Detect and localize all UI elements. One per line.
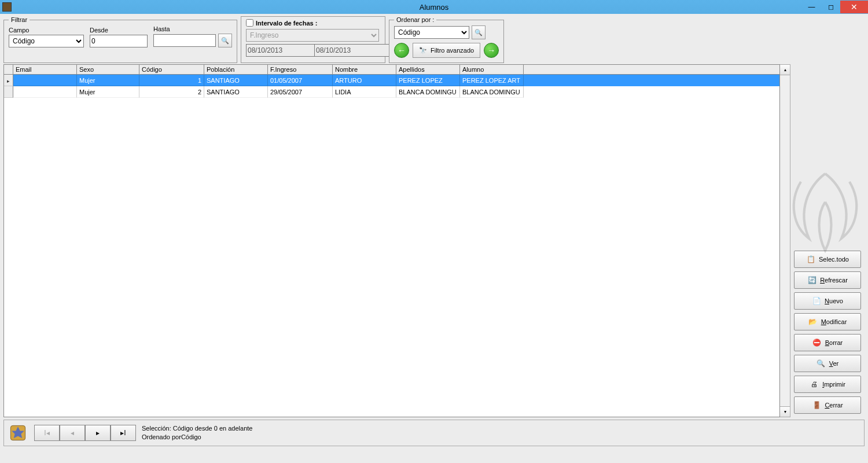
- table-cell: LIDIA: [333, 86, 396, 98]
- table-cell: Mujer: [77, 86, 139, 98]
- nav-next-button[interactable]: ▸: [85, 425, 111, 441]
- next-button[interactable]: →: [484, 43, 499, 58]
- refresh-icon: 🔄: [807, 275, 816, 285]
- action-panel: 📋Selec.todo 🔄Refrescar 📄Nuevo 📂Modificar…: [790, 64, 865, 417]
- date-from-input[interactable]: ▾: [246, 44, 311, 57]
- magnifier-icon: 🔍: [816, 359, 826, 368]
- column-header[interactable]: Apellidos: [396, 65, 460, 74]
- column-header[interactable]: Nombre: [333, 65, 396, 74]
- modify-button[interactable]: 📂Modificar: [794, 313, 861, 330]
- table-cell: SANTIAGO: [204, 86, 268, 98]
- close-button[interactable]: ✕: [840, 1, 868, 13]
- window-title: Alumnos: [420, 3, 449, 12]
- desde-label: Desde: [90, 27, 148, 34]
- window-titlebar: Alumnos — ◻ ✕: [0, 0, 868, 14]
- refresh-button[interactable]: 🔄Refrescar: [794, 271, 861, 289]
- date-interval-group: Intervalo de fechas : F.Ingreso ▾ ▾: [241, 16, 385, 63]
- order-select[interactable]: Código: [394, 26, 469, 39]
- table-cell: PEREZ LOPEZ: [396, 75, 460, 86]
- view-button[interactable]: 🔍Ver: [794, 355, 861, 372]
- advanced-filter-button[interactable]: 🔭 Filtro avanzado: [413, 43, 480, 58]
- status-bar: I◂ ◂ ▸ ▸I Selección: Código desde 0 en a…: [3, 420, 865, 446]
- binoculars-icon: 🔭: [419, 47, 427, 54]
- hasta-search-button[interactable]: 🔍: [218, 34, 232, 47]
- magnifier-icon: 🔍: [475, 29, 483, 36]
- desde-input[interactable]: [90, 35, 148, 47]
- status-text: Selección: Código desde 0 en adelante Or…: [142, 424, 252, 442]
- app-icon: [2, 2, 12, 12]
- hasta-label: Hasta: [153, 25, 232, 32]
- date-field-select[interactable]: F.Ingreso: [246, 29, 379, 42]
- door-icon: 🚪: [812, 400, 821, 410]
- table-cell: 2: [139, 86, 204, 98]
- order-group: Ordenar por : Código 🔍 ← 🔭 Filtro avanza…: [389, 16, 504, 63]
- hasta-input[interactable]: [153, 34, 216, 47]
- order-search-button[interactable]: 🔍: [472, 25, 486, 39]
- filter-panel: Filtrar Campo Código Desde Hasta 🔍 Inter…: [3, 16, 865, 63]
- status-icon: [8, 422, 28, 443]
- prev-button[interactable]: ←: [394, 43, 409, 58]
- filter-legend: Filtrar: [9, 16, 30, 23]
- column-header[interactable]: Email: [13, 65, 77, 74]
- table-cell: [13, 86, 77, 98]
- vertical-scrollbar[interactable]: ▴ ▾: [780, 64, 790, 417]
- table-cell: 1: [139, 75, 204, 86]
- nav-prev-button[interactable]: ◂: [60, 425, 85, 441]
- column-header[interactable]: Código: [139, 65, 204, 74]
- column-header[interactable]: Sexo: [77, 65, 139, 74]
- row-indicator: [4, 75, 13, 86]
- table-cell: ARTURO: [333, 75, 396, 86]
- table-cell: BLANCA DOMINGU: [396, 86, 460, 98]
- table-cell: SANTIAGO: [204, 75, 268, 86]
- table-cell: BLANCA DOMINGU: [460, 86, 524, 98]
- delete-icon: ⛔: [812, 338, 822, 347]
- close-button[interactable]: 🚪Cerrar: [794, 396, 861, 414]
- nav-first-button[interactable]: I◂: [34, 425, 60, 441]
- column-header[interactable]: F.Ingreso: [268, 65, 333, 74]
- print-button[interactable]: 🖨Imprimir: [794, 376, 861, 393]
- row-indicator: [4, 86, 13, 98]
- delete-button[interactable]: ⛔Borrar: [794, 334, 861, 351]
- current-row-icon: [7, 77, 10, 84]
- filter-group: Filtrar Campo Código Desde Hasta 🔍: [3, 16, 237, 63]
- date-interval-label: Intervalo de fechas :: [256, 20, 317, 27]
- window-controls: — ◻ ✕: [802, 1, 868, 13]
- date-to-input[interactable]: ▾: [314, 44, 379, 57]
- column-header[interactable]: Alumno: [460, 65, 524, 74]
- select-all-button[interactable]: 📋Selec.todo: [794, 251, 861, 268]
- table-cell: [13, 75, 77, 86]
- table-row[interactable]: Mujer2SANTIAGO29/05/2007LIDIABLANCA DOMI…: [4, 86, 779, 98]
- grid-header: Email Sexo Código Población F.Ingreso No…: [4, 65, 779, 75]
- maximize-button[interactable]: ◻: [821, 1, 840, 13]
- scroll-down-icon[interactable]: ▾: [780, 406, 790, 417]
- new-button[interactable]: 📄Nuevo: [794, 292, 861, 310]
- printer-icon: 🖨: [810, 380, 819, 389]
- document-icon: 📄: [812, 296, 821, 306]
- scroll-up-icon[interactable]: ▴: [780, 65, 790, 75]
- folder-icon: 📂: [808, 317, 818, 326]
- table-cell: 29/05/2007: [268, 86, 333, 98]
- table-row[interactable]: Mujer1SANTIAGO01/05/2007ARTUROPEREZ LOPE…: [4, 75, 779, 86]
- date-interval-checkbox[interactable]: [246, 19, 253, 27]
- table-cell: 01/05/2007: [268, 75, 333, 86]
- column-header[interactable]: Población: [204, 65, 268, 74]
- campo-select[interactable]: Código: [9, 35, 84, 47]
- table-cell: PEREZ LOPEZ ART: [460, 75, 524, 86]
- minimize-button[interactable]: —: [802, 1, 821, 13]
- campo-label: Campo: [9, 27, 84, 34]
- order-legend: Ordenar por :: [394, 16, 436, 23]
- data-grid[interactable]: Email Sexo Código Población F.Ingreso No…: [3, 64, 780, 417]
- nav-last-button[interactable]: ▸I: [111, 425, 136, 441]
- magnifier-icon: 🔍: [221, 37, 229, 45]
- table-cell: Mujer: [77, 75, 139, 86]
- copy-icon: 📋: [806, 255, 815, 264]
